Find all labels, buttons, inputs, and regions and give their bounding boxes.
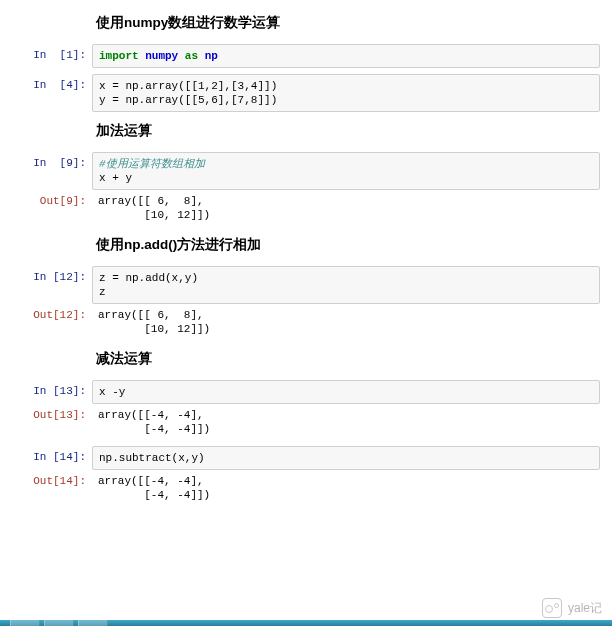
in-prompt: In [9]: (12, 152, 92, 170)
code-comment: #使用运算符数组相加 (99, 158, 205, 170)
keyword-import: import (99, 50, 139, 62)
wechat-icon (542, 598, 562, 618)
output-text: array([[-4, -4], [-4, -4]]) (92, 470, 600, 506)
out-prompt: Out[9]: (12, 190, 92, 208)
heading-subtraction: 减法运算 (96, 350, 600, 368)
code-input[interactable]: x -y (92, 380, 600, 404)
taskbar (0, 620, 612, 626)
output-text: array([[ 6, 8], [10, 12]]) (92, 190, 600, 226)
heading-npadd: 使用np.add()方法进行相加 (96, 236, 600, 254)
output-text: array([[ 6, 8], [10, 12]]) (92, 304, 600, 340)
page: 使用numpy数组进行数学运算 In [1]: import numpy as … (0, 0, 612, 626)
code-line: x + y (99, 172, 132, 184)
heading-main: 使用numpy数组进行数学运算 (96, 14, 600, 32)
keyword-as: as (185, 50, 198, 62)
code-input[interactable]: np.subtract(x,y) (92, 446, 600, 470)
watermark-text: yale记 (568, 600, 602, 617)
in-prompt: In [12]: (12, 266, 92, 284)
heading-addition: 加法运算 (96, 122, 600, 140)
code-input[interactable]: z = np.add(x,y) z (92, 266, 600, 304)
cell-13: In [13]: x -y Out[13]: array([[-4, -4], … (12, 380, 600, 440)
output-text: array([[-4, -4], [-4, -4]]) (92, 404, 600, 440)
out-prompt: Out[12]: (12, 304, 92, 322)
notebook-area: 使用numpy数组进行数学运算 In [1]: import numpy as … (8, 14, 604, 506)
cell-9: In [9]: #使用运算符数组相加 x + y Out[9]: array([… (12, 152, 600, 226)
in-prompt: In [14]: (12, 446, 92, 464)
code-input[interactable]: #使用运算符数组相加 x + y (92, 152, 600, 190)
in-prompt: In [1]: (12, 44, 92, 62)
out-prompt: Out[13]: (12, 404, 92, 422)
watermark: yale记 (542, 598, 602, 618)
cell-14: In [14]: np.subtract(x,y) Out[14]: array… (12, 446, 600, 506)
cell-1: In [1]: import numpy as np (12, 44, 600, 68)
cell-4: In [4]: x = np.array([[1,2],[3,4]]) y = … (12, 74, 600, 112)
in-prompt: In [4]: (12, 74, 92, 92)
in-prompt: In [13]: (12, 380, 92, 398)
code-input[interactable]: import numpy as np (92, 44, 600, 68)
cell-12: In [12]: z = np.add(x,y) z Out[12]: arra… (12, 266, 600, 340)
alias-np: np (205, 50, 218, 62)
out-prompt: Out[14]: (12, 470, 92, 488)
code-input[interactable]: x = np.array([[1,2],[3,4]]) y = np.array… (92, 74, 600, 112)
module-numpy: numpy (145, 50, 178, 62)
